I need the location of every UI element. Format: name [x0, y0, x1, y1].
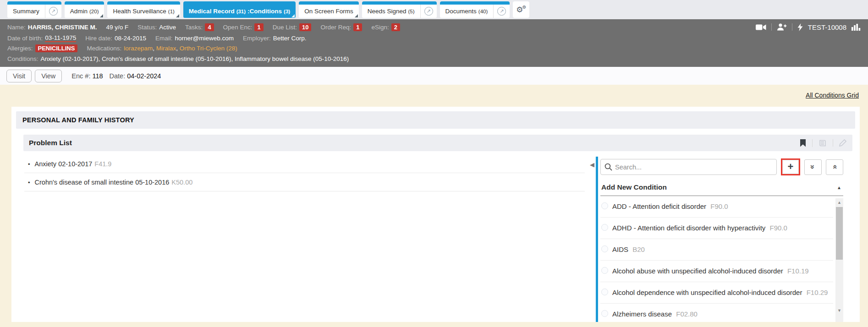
content-area: All Conditions Grid PERSONAL AND FAMILY … — [0, 85, 868, 322]
plus-icon: + — [788, 162, 794, 172]
tab-label: Needs Signed — [368, 8, 407, 15]
scroll-down-arrow-icon[interactable]: ▼ — [835, 306, 843, 314]
conditions-label: Conditions: — [7, 55, 38, 62]
tab-documents[interactable]: Documents (40) ↗ — [440, 1, 510, 18]
employer-label: Employer: — [243, 35, 271, 42]
add-user-icon[interactable] — [777, 23, 787, 31]
hire-date-value: 08-24-2015 — [115, 35, 146, 42]
condition-search-input[interactable] — [600, 159, 777, 175]
tab-count: (5) — [408, 9, 414, 14]
tab-sublabel: :Conditions — [247, 8, 282, 15]
allergy-badge[interactable]: PENICILLINS — [35, 44, 78, 52]
tab-medical-record-conditions[interactable]: Medical Record (31) :Conditions (3) — [183, 1, 296, 18]
bookmark-button[interactable] — [794, 139, 812, 147]
dob-value: 03-11-1975 — [45, 34, 76, 42]
medication-link[interactable]: Ortho Tri-Cyclen (28) — [180, 45, 237, 52]
chart-notes-button[interactable] — [812, 139, 833, 147]
patient-name: HARRIS, CHRISTINE M. — [28, 24, 97, 31]
condition-option[interactable]: ADHD - Attention deficit disorder with h… — [600, 218, 833, 239]
patient-status: Active — [159, 24, 176, 31]
divider — [792, 23, 792, 31]
esign-count-badge[interactable]: 2 — [391, 23, 400, 31]
open-enc-count-badge[interactable]: 1 — [254, 23, 263, 31]
order-req-label: Order Req: — [320, 24, 351, 31]
tab-subcount: (3) — [284, 9, 290, 14]
condition-option[interactable]: Alzheimers disease F02.80 — [600, 304, 833, 322]
external-link-icon: ↗ — [424, 7, 433, 16]
scroll-up-arrow-icon[interactable]: ▲ — [835, 198, 843, 206]
tab-on-screen-forms[interactable]: On Screen Forms — [299, 1, 359, 18]
tab-label: On Screen Forms — [304, 8, 353, 15]
tab-admin[interactable]: Admin (20) — [65, 1, 104, 18]
bar-chart-icon[interactable] — [852, 24, 861, 31]
tab-summary[interactable]: Summary ↗ — [7, 1, 61, 18]
bullet-icon: • — [28, 179, 30, 186]
tab-label: Summary — [13, 8, 39, 15]
tab-label: Health Surveillance — [113, 8, 166, 15]
order-req-count-badge[interactable]: 1 — [353, 23, 362, 31]
scrollbar-thumb[interactable] — [836, 207, 843, 260]
tab-health-surveillance[interactable]: Health Surveillance (1) — [107, 1, 180, 18]
edit-button[interactable] — [833, 139, 852, 147]
tasks-count-badge[interactable]: 4 — [205, 23, 214, 31]
section-title: PERSONAL AND FAMILY HISTORY — [16, 111, 855, 129]
condition-option[interactable]: Alcohol abuse with unspecified alcohol-i… — [600, 261, 833, 282]
condition-code: F10.19 — [787, 267, 809, 275]
tab-count: (20) — [89, 9, 99, 14]
tab-needs-signed-popout-button[interactable]: ↗ — [420, 5, 437, 18]
condition-option[interactable]: ADD - Attention deficit disorder F90.0 — [600, 196, 833, 218]
email-label: Email: — [155, 35, 173, 42]
bullet-icon: • — [28, 161, 30, 168]
condition-code: F02.80 — [676, 310, 698, 318]
medication-link[interactable]: Miralax — [156, 45, 176, 52]
problem-row[interactable]: • Anxiety 02-10-2017 F41.9 — [24, 155, 585, 173]
condition-option[interactable]: Alcohol dependence with unspecified alco… — [600, 282, 833, 304]
condition-name: ADD - Attention deficit disorder — [612, 202, 706, 210]
condition-name: AIDS — [612, 245, 628, 253]
dob-label: Date of birth: — [7, 35, 43, 42]
condition-option[interactable]: AIDS B20 — [600, 239, 833, 261]
tab-documents-popout-button[interactable]: ↗ — [493, 5, 510, 18]
add-condition-button[interactable]: + — [782, 160, 799, 174]
tab-count: (40) — [478, 9, 488, 14]
expand-all-button[interactable]: » — [804, 159, 822, 175]
lightning-bolt-icon[interactable] — [797, 23, 803, 31]
tab-label: Documents — [445, 8, 477, 15]
condition-code: B20 — [632, 245, 645, 253]
personal-family-history-panel: PERSONAL AND FAMILY HISTORY Problem List… — [11, 107, 860, 322]
problem-list: • Anxiety 02-10-2017 F41.9 • Crohn's dis… — [16, 155, 590, 191]
due-list-count-badge[interactable]: 10 — [299, 23, 311, 31]
encounter-bar: Visit View Enc #: 118 Date: 04-02-2024 — [0, 67, 868, 85]
tab-needs-signed[interactable]: Needs Signed (5) ↗ — [362, 1, 437, 18]
status-label: Status: — [137, 24, 157, 31]
collapse-section-caret-icon[interactable]: ▲ — [837, 185, 841, 190]
tab-summary-popout-button[interactable]: ↗ — [45, 5, 61, 18]
options-scrollbar[interactable]: ▲ ▼ — [835, 198, 843, 322]
tasks-label: Tasks: — [185, 24, 203, 31]
view-button[interactable]: View — [35, 70, 62, 82]
book-icon — [819, 139, 827, 147]
enc-date-label: Date: — [110, 72, 126, 80]
settings-button[interactable]: ⚙ ⚙ — [513, 1, 529, 18]
problem-name: Crohn's disease of small intestine 05-10… — [35, 179, 170, 186]
patient-age-sex: 49 y/o F — [106, 24, 129, 31]
visit-button[interactable]: Visit — [6, 70, 32, 82]
medication-link[interactable]: lorazepam — [124, 45, 153, 52]
all-conditions-grid-link[interactable]: All Conditions Grid — [806, 92, 859, 99]
due-list-label: Due List: — [273, 24, 297, 31]
divider — [771, 23, 772, 31]
hire-date-label: Hire date: — [85, 35, 112, 42]
patient-banner: Name: HARRIS, CHRISTINE M. 49 y/o F Stat… — [0, 19, 868, 67]
condition-name: Alzheimers disease — [612, 310, 672, 318]
external-link-icon: ↗ — [497, 7, 506, 16]
medication-separator: , — [176, 45, 180, 52]
condition-code: F90.0 — [769, 224, 787, 232]
add-new-condition-header[interactable]: Add New Condition ▲ — [600, 179, 843, 196]
problem-row[interactable]: • Crohn's disease of small intestine 05-… — [24, 173, 585, 191]
collapse-panel-arrow[interactable]: ◀ — [590, 161, 594, 168]
open-enc-label: Open Enc: — [223, 24, 253, 31]
condition-code: F10.29 — [807, 289, 828, 296]
video-call-icon[interactable] — [756, 24, 766, 31]
collapse-all-button[interactable]: » — [826, 159, 843, 175]
add-condition-highlight-box: + — [781, 158, 800, 175]
